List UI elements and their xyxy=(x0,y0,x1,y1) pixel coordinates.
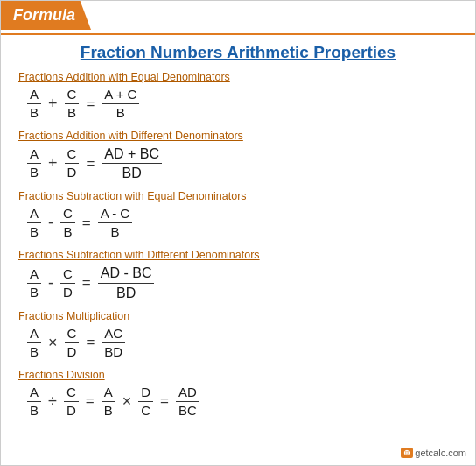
section-subtraction-equal: Fractions Subtraction with Equal Denomin… xyxy=(18,190,458,240)
main-container: Formula Fraction Numbers Arithmetic Prop… xyxy=(0,0,476,466)
fraction-adplusbc-bd: AD + BC BD xyxy=(102,145,162,181)
fraction-c-d3: C D xyxy=(65,326,80,360)
section-label-subtraction-equal: Fractions Subtraction with Equal Denomin… xyxy=(18,190,458,202)
formula-subtraction-different: A B - C D = AD - BC BD xyxy=(27,265,458,300)
plus-operator-2: + xyxy=(48,154,58,173)
fraction-c-d: C D xyxy=(65,146,80,180)
minus-operator-1: - xyxy=(48,214,53,232)
fraction-ad-bc: AD BC xyxy=(176,385,200,419)
fraction-c-b2: C B xyxy=(60,206,75,240)
equals-5: = xyxy=(86,334,94,351)
section-addition-equal: Fractions Addition with Equal Denominato… xyxy=(18,71,458,121)
fraction-c-d4: C D xyxy=(64,385,79,419)
equals-4: = xyxy=(82,274,91,292)
fraction-aplusc-b: A + C B xyxy=(102,87,139,121)
minus-operator-2: - xyxy=(48,274,53,293)
formula-tab: Formula xyxy=(1,1,91,30)
fraction-c-b: C B xyxy=(65,87,80,121)
fraction-aminusc-b: A - C B xyxy=(98,206,132,240)
section-label-addition-different: Fractions Addition with Different Denomi… xyxy=(18,130,458,142)
formula-division: A B ÷ C D = A B × D C = xyxy=(27,385,458,419)
formula-subtraction-equal: A B - C B = A - C B xyxy=(27,206,458,240)
equals-6a: = xyxy=(86,392,94,410)
tab-label: Formula xyxy=(13,6,75,25)
fraction-a-b7: A B xyxy=(102,385,116,419)
fraction-a-b3: A B xyxy=(27,206,41,240)
fraction-adminusbc-bd: AD - BC BD xyxy=(98,265,155,300)
section-label-division: Fractions Division xyxy=(18,369,458,381)
equals-6b: = xyxy=(160,392,169,410)
formula-addition-equal: A B + C B = A + C B xyxy=(27,87,458,121)
watermark-text: getcalc.com xyxy=(415,448,466,458)
fraction-d-c: D C xyxy=(138,385,153,419)
section-multiplication: Fractions Multiplication A B × C D = AC … xyxy=(18,310,458,360)
watermark-logo: ⊕ xyxy=(401,448,413,458)
fraction-a-b6: A B xyxy=(27,385,41,419)
content-area: Fraction Numbers Arithmetic Properties F… xyxy=(1,34,475,465)
plus-operator-1: + xyxy=(48,95,58,113)
formula-multiplication: A B × C D = AC BD xyxy=(27,326,458,360)
fraction-a-b4: A B xyxy=(27,266,41,300)
divide-operator: ÷ xyxy=(48,392,57,411)
times-operator-2: × xyxy=(122,392,132,411)
formula-addition-different: A B + C D = AD + BC BD xyxy=(27,145,458,181)
watermark: ⊕ getcalc.com xyxy=(401,448,466,458)
fraction-a-b: A B xyxy=(27,87,41,121)
section-label-subtraction-different: Fractions Subtraction with Different Den… xyxy=(18,249,458,261)
equals-1: = xyxy=(86,95,94,113)
section-division: Fractions Division A B ÷ C D = A B × xyxy=(18,369,458,419)
equals-3: = xyxy=(82,215,91,232)
section-label-addition-equal: Fractions Addition with Equal Denominato… xyxy=(18,71,458,83)
times-operator: × xyxy=(48,334,58,352)
equals-2: = xyxy=(86,155,94,173)
section-subtraction-different: Fractions Subtraction with Different Den… xyxy=(18,249,458,300)
fraction-a-b5: A B xyxy=(27,326,41,360)
fraction-ac-bd: AC BD xyxy=(102,326,125,360)
page-title: Fraction Numbers Arithmetic Properties xyxy=(18,43,458,62)
section-addition-different: Fractions Addition with Different Denomi… xyxy=(18,130,458,181)
fraction-a-b2: A B xyxy=(27,146,41,180)
section-label-multiplication: Fractions Multiplication xyxy=(18,310,458,322)
fraction-c-d2: C D xyxy=(60,266,75,300)
